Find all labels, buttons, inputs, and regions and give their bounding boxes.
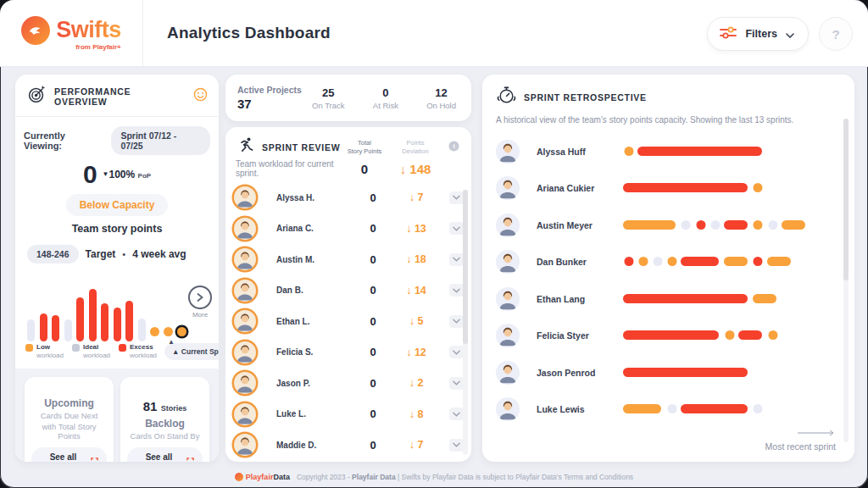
sprint-bar: [782, 220, 805, 230]
sprint-dot: [754, 404, 763, 413]
sprint-dot: [653, 257, 662, 266]
member-deviation: ↓ 5: [392, 315, 441, 327]
avatar: [496, 397, 520, 421]
app-frame: Swifts from Playfair+ Analytics Dashboar…: [0, 0, 868, 488]
expand-row-button[interactable]: [449, 284, 464, 297]
sprint-history-chart: [621, 404, 809, 414]
active-projects-value: 37: [237, 97, 309, 111]
retro-row: Luke Lewis: [496, 391, 841, 429]
scrollbar[interactable]: [463, 190, 468, 455]
current-sprint-pill[interactable]: ▲ Current Sprint: [164, 343, 219, 360]
member-name: Maddie D.: [268, 441, 354, 450]
total-deviation: ↓ 148: [388, 162, 442, 176]
member-points: 0: [354, 439, 392, 452]
member-row: Jason P. 0 ↓ 2: [225, 368, 471, 399]
member-name: Dan B.: [268, 286, 354, 295]
expand-row-button[interactable]: [449, 253, 464, 266]
chart-legend: Lowworkload Idealworkload Excessworkload…: [15, 341, 219, 369]
sprint-history-chart: [621, 183, 809, 193]
expand-row-button[interactable]: [449, 191, 464, 204]
sprint-dot: [754, 257, 763, 266]
project-stat: 25 On Track: [312, 86, 345, 110]
col-total-story-points: Total Story Points: [341, 139, 388, 156]
avatar: [234, 248, 256, 270]
brand-subtitle: from Playfair+: [75, 43, 121, 51]
member-row: Ethan L. 0 ↓ 5: [225, 306, 471, 337]
expand-row-button[interactable]: [449, 439, 464, 452]
sprint-bar: [623, 183, 748, 192]
capacity-bar: [138, 269, 147, 341]
scrollbar[interactable]: [843, 119, 849, 442]
capacity-bar: [150, 269, 159, 341]
member-row: Maddie D. 0 ↓ 7: [225, 430, 471, 461]
target-range-pill[interactable]: 148-246: [27, 245, 79, 263]
retro-row: Ariana Cukier: [496, 170, 841, 208]
avatar: [496, 324, 520, 347]
expand-row-button[interactable]: [449, 346, 464, 358]
capacity-bar: [177, 269, 186, 341]
axis-label: Most recent sprint: [765, 441, 836, 452]
col-points-deviation: Points Deviation: [388, 139, 442, 156]
member-row: Dan B. 0 ↓ 14: [225, 275, 471, 307]
upcoming-sub2: with Total Story Points: [31, 422, 107, 441]
expand-row-button[interactable]: [449, 377, 464, 390]
logo[interactable]: Swifts from Playfair+: [0, 0, 143, 66]
sprint-dot: [624, 147, 633, 156]
retro-row: Austin Meyer: [496, 207, 841, 244]
member-row: Alyssa H. 0 ↓ 7: [225, 182, 471, 214]
copyright-text: Copyright 2023 - Playfair Data | Swifts …: [297, 473, 633, 481]
member-deviation: ↓ 12: [392, 347, 441, 358]
more-button[interactable]: [188, 286, 212, 309]
see-all-cards-button[interactable]: See all cards: [31, 447, 107, 462]
member-points: 0: [354, 315, 392, 328]
person-name: Felicia Styer: [530, 330, 621, 341]
member-deviation: ↓ 2: [392, 377, 441, 389]
member-row: Felicia S. 0 ↓ 12: [225, 337, 471, 369]
main-content: PERFORMANCE OVERVIEW Currently Viewing: …: [0, 66, 868, 488]
capacity-bar: [125, 269, 134, 341]
playfair-data-logo[interactable]: PlayfairData: [235, 473, 290, 481]
sprint-dot: [696, 220, 705, 230]
sprint-history-chart: [621, 257, 809, 267]
member-deviation: ↓ 8: [392, 408, 441, 420]
sprint-dot: [624, 257, 633, 266]
svg-text:i: i: [453, 142, 454, 150]
filters-button[interactable]: Filters: [707, 17, 809, 51]
capacity-bar: [114, 269, 122, 341]
brand-name: Swifts: [56, 17, 121, 43]
person-name: Austin Meyer: [530, 220, 621, 230]
expand-icon: [186, 458, 194, 463]
swifts-bird-icon: [21, 16, 50, 45]
see-all-cards-button[interactable]: See all cards: [127, 447, 203, 462]
sprint-history-chart: [621, 294, 809, 304]
smiley-icon[interactable]: [193, 87, 208, 105]
sprint-range-pill[interactable]: Sprint 07/12 - 07/25: [111, 126, 210, 155]
capacity-bar-chart: [27, 269, 186, 341]
info-icon[interactable]: i: [442, 140, 465, 155]
retrospective-subtitle: A historical view of the team's story po…: [496, 115, 841, 125]
performance-overview-panel: PERFORMANCE OVERVIEW Currently Viewing: …: [15, 75, 219, 462]
person-name: Alyssa Huff: [530, 147, 621, 157]
legend-item: Idealworkload: [72, 343, 110, 360]
sprint-history-chart: [621, 330, 809, 341]
active-projects-label: Active Projects: [237, 85, 309, 95]
footer: PlayfairData Copyright 2023 - Playfair D…: [0, 466, 868, 488]
person-name: Luke Lewis: [530, 404, 621, 414]
target-icon: [26, 84, 47, 108]
avatar: [496, 287, 520, 311]
sprint-dot: [667, 257, 676, 266]
sprint-history-chart: [621, 368, 809, 378]
scrollbar-thumb[interactable]: [843, 119, 849, 280]
scrollbar-thumb[interactable]: [463, 190, 468, 344]
help-button[interactable]: ?: [819, 17, 853, 51]
expand-row-button[interactable]: [449, 315, 464, 328]
filters-icon: [720, 26, 737, 42]
active-projects-card: Active Projects 37 25 On Track 0 At Risk…: [225, 75, 471, 121]
project-stat: 0 At Risk: [373, 86, 398, 110]
member-deviation: ↓ 7: [392, 439, 441, 451]
sprint-bar: [681, 404, 748, 413]
expand-row-button[interactable]: [449, 222, 464, 235]
member-deviation: ↓ 18: [392, 253, 441, 265]
expand-row-button[interactable]: [449, 408, 464, 420]
member-name: Ethan L.: [268, 317, 354, 326]
